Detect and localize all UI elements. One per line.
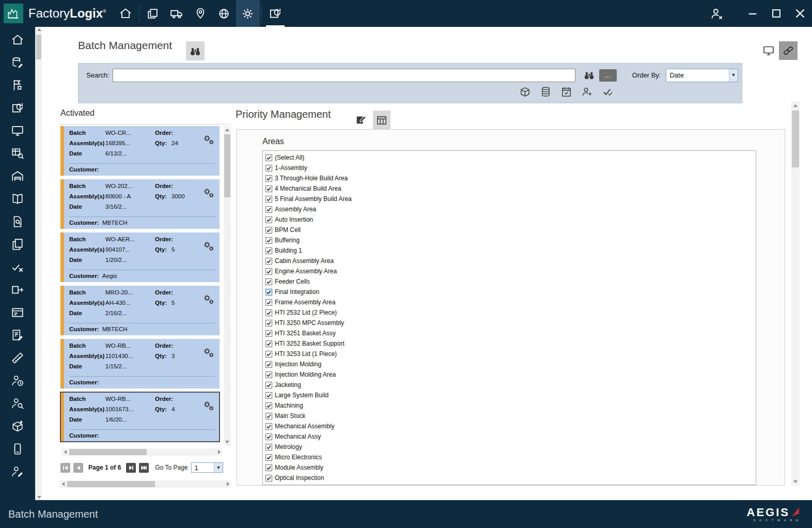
checkbox-icon[interactable] xyxy=(266,433,272,440)
binoculars-icon[interactable] xyxy=(582,69,596,82)
checkbox-icon[interactable] xyxy=(266,247,272,254)
area-checkbox-row[interactable]: (Select All) xyxy=(266,152,756,163)
scroll-up-arrow[interactable] xyxy=(793,104,798,107)
transfer-icon[interactable] xyxy=(11,283,25,297)
approve-icon[interactable] xyxy=(601,85,614,98)
area-checkbox-row[interactable]: BPM Cell xyxy=(266,225,756,235)
database-edit-icon[interactable] xyxy=(11,55,25,69)
scroll-right-arrow[interactable] xyxy=(218,450,221,454)
scroll-down-arrow[interactable] xyxy=(37,496,41,499)
area-checkbox-row[interactable]: Injection Molding xyxy=(266,359,756,369)
scrollbar-thumb[interactable] xyxy=(67,481,155,487)
previous-page-button[interactable] xyxy=(73,463,83,473)
history-icon[interactable] xyxy=(263,0,287,27)
note-edit-icon[interactable] xyxy=(11,328,25,342)
batch-list-hscrollbar[interactable] xyxy=(61,448,223,456)
area-checkbox-row[interactable]: Engine Assembly Area xyxy=(266,266,756,276)
areas-grid-tab[interactable] xyxy=(373,111,391,130)
batch-card[interactable]: BatchWO-RB... Assembly(s)1001673... Date… xyxy=(60,392,220,442)
monitor-icon[interactable] xyxy=(11,123,25,137)
scroll-left-arrow[interactable] xyxy=(64,450,67,454)
person-edit-icon[interactable] xyxy=(11,464,25,478)
edit-icon[interactable] xyxy=(354,113,368,126)
first-page-button[interactable] xyxy=(60,463,70,473)
area-checkbox-row[interactable]: Cabin Assembly Area xyxy=(266,256,756,266)
search-view-tab[interactable] xyxy=(186,41,205,60)
checkbox-icon[interactable] xyxy=(266,196,272,203)
truck-icon[interactable] xyxy=(165,0,189,27)
coins-icon[interactable] xyxy=(539,85,552,98)
area-checkbox-row[interactable]: HTI 3251 Basket Assy xyxy=(266,328,756,338)
scroll-up-arrow[interactable] xyxy=(37,28,41,31)
batch-card[interactable]: BatchWO-CR... Assembly(s)168395... Date6… xyxy=(60,126,220,176)
area-checkbox-row[interactable]: Large System Build xyxy=(266,390,756,400)
scroll-down-arrow[interactable] xyxy=(793,480,798,483)
area-checkbox-row[interactable]: 1-Assembly xyxy=(266,163,756,173)
checkbox-icon[interactable] xyxy=(266,185,272,192)
area-checkbox-row[interactable]: HTI 3253 Lid (1 Piece) xyxy=(266,349,756,359)
batch-list-scrollbar[interactable] xyxy=(224,126,231,445)
monitor-view-icon[interactable] xyxy=(759,41,778,60)
area-checkbox-row[interactable]: Mechanical Assembly xyxy=(266,421,756,431)
checkbox-icon[interactable] xyxy=(266,165,272,172)
area-checkbox-row[interactable]: 4 Mechanical Build Area xyxy=(266,183,756,194)
checkbox-icon[interactable] xyxy=(266,475,272,482)
checkbox-icon[interactable] xyxy=(266,382,272,389)
scroll-left-arrow[interactable] xyxy=(62,482,65,486)
checkbox-icon[interactable] xyxy=(266,154,272,161)
area-checkbox-row[interactable]: 5 Final Assembly Build Area xyxy=(266,194,756,204)
chevron-down-icon[interactable] xyxy=(729,69,738,82)
area-checkbox-row[interactable]: Building 1 xyxy=(266,245,756,256)
order-by-select[interactable]: Date xyxy=(666,69,738,82)
chevron-down-icon[interactable] xyxy=(214,463,223,472)
scrollbar-thumb[interactable] xyxy=(69,449,147,455)
area-checkbox-row[interactable]: Optical Inspection xyxy=(266,473,756,483)
sidebar-scrollbar[interactable] xyxy=(35,27,42,500)
area-checkbox-row[interactable] xyxy=(266,483,756,485)
person-search-icon[interactable] xyxy=(11,396,25,410)
goto-page-select[interactable]: 1 xyxy=(191,462,223,473)
batch-card[interactable]: BatchWO-AER... Assembly(s)904107... Date… xyxy=(60,232,220,282)
area-checkbox-row[interactable]: HTI 3252 Basket Support xyxy=(266,338,756,349)
search-input[interactable] xyxy=(113,69,575,82)
checkbox-icon[interactable] xyxy=(266,268,272,275)
checkbox-icon[interactable] xyxy=(266,340,272,347)
more-options-button[interactable]: ... xyxy=(599,69,617,82)
link-view-icon[interactable] xyxy=(779,41,798,60)
area-checkbox-row[interactable]: Assembly Area xyxy=(266,204,756,214)
batch-settings-icon[interactable] xyxy=(202,129,215,163)
package-icon[interactable] xyxy=(519,85,532,98)
person-add-icon[interactable] xyxy=(581,85,594,98)
checkbox-icon[interactable] xyxy=(266,423,272,430)
area-checkbox-row[interactable]: Auto Insertion xyxy=(266,214,756,225)
batch-settings-icon[interactable] xyxy=(202,289,215,322)
scroll-up-arrow[interactable] xyxy=(225,129,229,131)
maximize-icon[interactable] xyxy=(764,0,788,27)
area-checkbox-row[interactable]: Metrology xyxy=(266,442,756,452)
checkbox-icon[interactable] xyxy=(266,278,272,285)
checkbox-icon[interactable] xyxy=(266,206,272,213)
checkbox-icon[interactable] xyxy=(266,361,272,368)
checkbox-icon[interactable] xyxy=(266,330,272,337)
batch-settings-icon[interactable] xyxy=(202,182,215,216)
area-checkbox-row[interactable]: Machining xyxy=(266,400,756,411)
checkbox-icon[interactable] xyxy=(266,351,272,358)
checkbox-icon[interactable] xyxy=(266,227,272,234)
checkbox-icon[interactable] xyxy=(266,371,272,378)
area-checkbox-row[interactable]: Feeder Cells xyxy=(266,276,756,287)
gear-icon[interactable] xyxy=(236,0,260,27)
checkbox-icon[interactable] xyxy=(266,289,272,296)
checkbox-icon[interactable] xyxy=(266,444,272,451)
checkbox-icon[interactable] xyxy=(266,402,272,409)
area-checkbox-row[interactable]: Main Stock xyxy=(266,411,756,421)
area-checkbox-row[interactable]: Micro Electronics xyxy=(266,452,756,462)
batch-card[interactable]: BatchMRO-20... Assembly(s)AH-430... Date… xyxy=(60,286,220,335)
checkbox-icon[interactable] xyxy=(266,237,272,244)
area-checkbox-row[interactable]: Frame Assembly Area xyxy=(266,297,756,307)
area-checkbox-row[interactable]: Final Integration xyxy=(266,287,756,297)
area-checkbox-row[interactable]: Module Assembly xyxy=(266,462,756,473)
check-x-icon[interactable] xyxy=(11,260,25,274)
globe-icon[interactable] xyxy=(212,0,236,27)
user-remove-icon[interactable] xyxy=(705,0,728,27)
minimize-icon[interactable] xyxy=(741,0,764,27)
